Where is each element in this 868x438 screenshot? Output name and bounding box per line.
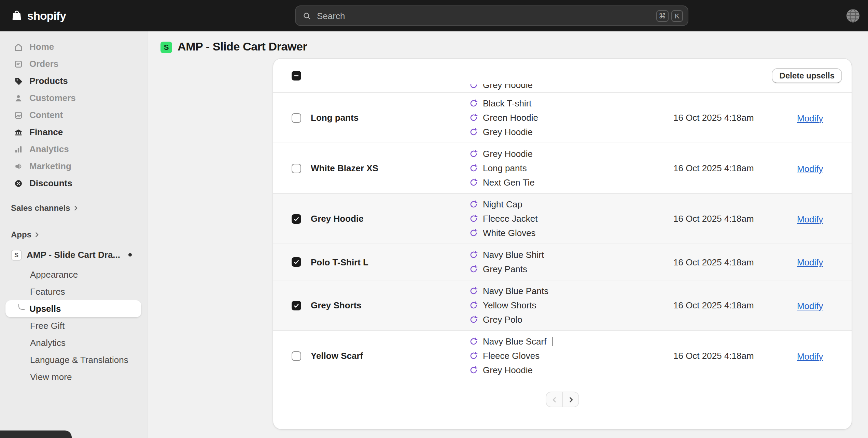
upsell-product-icon <box>469 250 478 259</box>
upsell-item: Long pants <box>469 161 673 175</box>
row-checkbox-cell <box>273 163 311 173</box>
bottom-overlay-fragment <box>0 430 72 438</box>
modify-link[interactable]: Modify <box>797 113 823 123</box>
sidebar-item-marketing[interactable]: Marketing <box>5 158 141 175</box>
app-subnav-label: Analytics <box>30 338 66 348</box>
main-content: S AMP - Slide Cart Drawer Delete upsells… <box>148 31 868 438</box>
chevron-right-icon <box>72 205 79 211</box>
upsell-product-icon <box>469 229 478 237</box>
customers-icon <box>14 93 23 103</box>
row-checkbox[interactable] <box>292 301 301 310</box>
upsell-product-icon <box>469 265 478 274</box>
row-checkbox[interactable] <box>292 351 301 361</box>
sidebar-item-content[interactable]: Content <box>5 106 141 123</box>
discounts-icon <box>14 178 23 188</box>
product-name: Long pants <box>311 113 469 123</box>
modify-link[interactable]: Modify <box>797 214 823 224</box>
app-subnav-item-language-translations[interactable]: Language & Translations <box>5 351 141 368</box>
upsell-item-label: Black T-shirt <box>483 98 532 108</box>
text-cursor <box>552 337 552 346</box>
upsell-item-label: Navy Blue Shirt <box>483 250 544 260</box>
app-subnav-item-analytics[interactable]: Analytics <box>5 334 141 351</box>
upsell-item: Grey Pants <box>469 262 673 276</box>
upsell-item: Next Gen Tie <box>469 175 673 190</box>
sidebar-item-products[interactable]: Products <box>5 72 141 89</box>
table-row: Grey ShortsNavy Blue PantsYellow ShortsG… <box>273 280 852 330</box>
upsell-item-label: White Gloves <box>483 228 536 238</box>
analytics-icon <box>14 144 23 154</box>
upsell-list: Navy Blue ShirtGrey Pants <box>469 248 673 276</box>
table-row: Yellow ScarfNavy Blue ScarfFleece Gloves… <box>273 330 852 381</box>
app-icon: S <box>160 41 172 53</box>
upsell-item: Navy Blue Shirt <box>469 248 673 262</box>
row-checkbox-cell <box>273 301 311 310</box>
upsell-item-label: Night Cap <box>483 199 522 209</box>
shopify-wordmark: shopify <box>27 9 66 22</box>
upsell-product-icon <box>469 315 478 324</box>
sales-channels-label: Sales channels <box>11 203 70 213</box>
sidebar-item-label: Customers <box>29 93 76 103</box>
app-subnav-item-upsells[interactable]: Upsells <box>5 300 141 317</box>
tree-connector-icon <box>18 304 25 309</box>
modify-link[interactable]: Modify <box>797 163 823 174</box>
shopify-bag-icon <box>10 9 23 22</box>
row-checkbox[interactable] <box>292 214 301 223</box>
sidebar-app-item[interactable]: S AMP - Slide Cart Dra... <box>5 246 141 263</box>
product-name: White Blazer XS <box>311 163 469 173</box>
row-checkbox[interactable] <box>292 113 301 122</box>
app-subnav-item-features[interactable]: Features <box>5 283 141 300</box>
search-icon <box>303 11 311 20</box>
upsell-product-icon <box>469 214 478 223</box>
pagination-prev-button[interactable] <box>546 392 563 407</box>
sidebar-item-customers[interactable]: Customers <box>5 89 141 106</box>
product-name: Grey Shorts <box>311 300 469 310</box>
upsell-item: Grey Hoodie <box>469 147 673 161</box>
pagination <box>273 392 852 407</box>
app-subnav-item-appearance[interactable]: Appearance <box>5 266 141 283</box>
delete-upsells-button[interactable]: Delete upsells <box>772 68 842 83</box>
apps-header[interactable]: Apps <box>5 228 141 242</box>
row-checkbox[interactable] <box>292 257 301 267</box>
account-avatar[interactable] <box>845 8 861 24</box>
upsell-item: Navy Blue Pants <box>469 284 673 298</box>
upsell-item-label: Green Hoodie <box>483 113 538 123</box>
sidebar: HomeOrdersProductsCustomersContentFinanc… <box>0 31 148 438</box>
action-cell: Modify <box>797 256 852 268</box>
upsell-product-icon <box>469 301 478 310</box>
sidebar-item-analytics[interactable]: Analytics <box>5 141 141 158</box>
app-subnav-label: Upsells <box>29 304 61 314</box>
pagination-next-button[interactable] <box>562 392 579 407</box>
sidebar-item-finance[interactable]: Finance <box>5 123 141 141</box>
modify-link[interactable]: Modify <box>797 351 823 361</box>
upsell-item-label: Navy Blue Scarf <box>483 336 546 347</box>
row-checkbox-cell <box>273 214 311 223</box>
row-checkbox[interactable] <box>292 163 301 173</box>
row-checkbox-cell <box>273 257 311 267</box>
app-subnav-item-view-more[interactable]: View more <box>5 368 141 385</box>
row-checkbox-cell <box>273 113 311 122</box>
sidebar-item-label: Home <box>29 42 54 52</box>
sidebar-item-home[interactable]: Home <box>5 38 141 55</box>
upsell-product-icon <box>469 351 478 360</box>
modify-link[interactable]: Modify <box>797 257 823 267</box>
upsell-item: Yellow Shorts <box>469 298 673 312</box>
sidebar-item-orders[interactable]: Orders <box>5 55 141 72</box>
app-subnav-label: Appearance <box>30 269 78 280</box>
upsell-item-label: Fleece Gloves <box>483 351 540 361</box>
modify-link[interactable]: Modify <box>797 301 823 311</box>
search-input[interactable]: Search ⌘ K <box>295 5 688 26</box>
upsell-product-icon <box>469 99 478 108</box>
table-row: Polo T-Shirt LNavy Blue ShirtGrey Pants1… <box>273 244 852 280</box>
app-subnav-label: Free Gift <box>30 321 65 331</box>
sales-channels-header[interactable]: Sales channels <box>5 201 141 215</box>
upsell-item-label: Grey Hoodie <box>483 127 533 137</box>
upsell-item-label: Navy Blue Pants <box>483 286 548 296</box>
app-subnav-label: Language & Translations <box>30 355 128 365</box>
sidebar-item-label: Finance <box>29 127 63 137</box>
notification-dot-icon <box>128 253 132 257</box>
app-subnav-item-free-gift[interactable]: Free Gift <box>5 317 141 334</box>
upsell-item-label: Grey Hoodie <box>483 149 533 159</box>
sidebar-item-discounts[interactable]: Discounts <box>5 175 141 192</box>
select-all-checkbox[interactable] <box>292 71 301 80</box>
action-cell: Modify <box>797 213 852 225</box>
